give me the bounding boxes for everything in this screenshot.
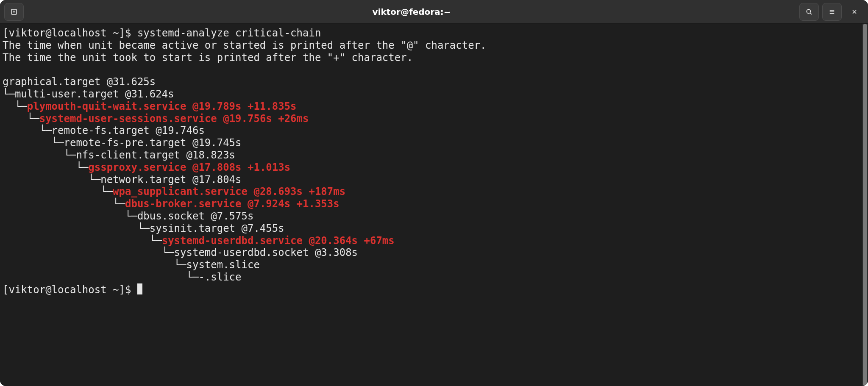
chain-line: └─remote-fs-pre.target @19.745s [3, 137, 242, 149]
header-line-2: The time the unit took to start is print… [3, 52, 413, 64]
search-button[interactable] [799, 3, 819, 21]
titlebar-right [799, 3, 864, 21]
new-tab-icon [10, 8, 18, 16]
titlebar: viktor@fedora:~ [0, 0, 868, 24]
prompt-final: [viktor@localhost ~]$ [3, 284, 137, 296]
chain-line: └─system.slice [3, 259, 260, 271]
hamburger-icon [828, 8, 836, 16]
chain-line-prefix: └─ [3, 235, 162, 247]
chain-line-red: wpa_supplicant.service @28.693s +187ms [113, 186, 345, 197]
chain-line: └─sysinit.target @7.455s [3, 222, 284, 234]
terminal-output[interactable]: [viktor@localhost ~]$ systemd-analyze cr… [0, 24, 862, 386]
chain-line-red: gssproxy.service @17.808s +1.013s [88, 161, 290, 173]
scrollbar-thumb[interactable] [863, 24, 867, 386]
terminal-wrap: [viktor@localhost ~]$ systemd-analyze cr… [0, 24, 868, 386]
prompt: [viktor@localhost ~]$ [3, 27, 137, 39]
chain-line-prefix: └─ [3, 161, 88, 173]
chain-line: └─-.slice [3, 271, 242, 283]
titlebar-left [4, 3, 24, 21]
chain-line: └─multi-user.target @31.624s [3, 88, 174, 100]
new-tab-button[interactable] [4, 3, 24, 21]
terminal-window: viktor@fedora:~ [0, 0, 868, 386]
chain-line: └─network.target @17.804s [3, 174, 242, 186]
command-text: systemd-analyze critical-chain [137, 27, 321, 39]
search-icon [805, 8, 813, 16]
scrollbar[interactable] [862, 24, 868, 386]
menu-button[interactable] [822, 3, 842, 21]
window-title: viktor@fedora:~ [373, 7, 451, 17]
cursor [137, 283, 142, 294]
svg-point-3 [807, 9, 810, 13]
chain-line-prefix: └─ [3, 186, 113, 197]
close-icon [851, 8, 858, 15]
svg-line-4 [810, 13, 812, 14]
chain-line-red: systemd-user-sessions.service @19.756s +… [39, 113, 309, 125]
close-button[interactable] [845, 3, 864, 20]
chain-line-prefix: └─ [3, 100, 27, 112]
chain-line: └─remote-fs.target @19.746s [3, 125, 205, 136]
chain-line-red: dbus-broker.service @7.924s +1.353s [125, 198, 339, 210]
chain-line-red: systemd-userdbd.service @20.364s +67ms [162, 235, 395, 247]
chain-line: └─nfs-client.target @18.823s [3, 149, 235, 161]
header-line-1: The time when unit became active or star… [3, 39, 487, 51]
chain-line-prefix: └─ [3, 198, 125, 210]
chain-line: └─dbus.socket @7.575s [3, 210, 253, 222]
chain-line: └─systemd-userdbd.socket @3.308s [3, 247, 358, 258]
chain-line-red: plymouth-quit-wait.service @19.789s +11.… [27, 100, 297, 112]
chain-line-prefix: └─ [3, 113, 39, 125]
chain-line: graphical.target @31.625s [3, 76, 156, 88]
